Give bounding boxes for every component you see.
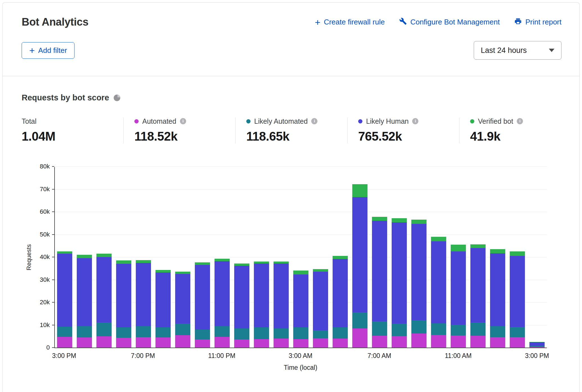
bar-segment-automated bbox=[234, 339, 249, 348]
printer-icon bbox=[514, 17, 522, 27]
page-title: Bot Analytics bbox=[22, 16, 89, 28]
create-firewall-rule-link[interactable]: + Create firewall rule bbox=[315, 18, 385, 26]
main-content: Requests by bot score Total 1.04M Automa… bbox=[3, 76, 579, 371]
bar-segment-likely-automated bbox=[215, 326, 229, 337]
bar bbox=[352, 184, 367, 348]
chevron-down-icon bbox=[549, 49, 554, 52]
bar-segment-likely-automated bbox=[333, 327, 348, 339]
bar-segment-likely-automated bbox=[392, 324, 407, 336]
bar-segment-likely-automated bbox=[77, 326, 92, 337]
stat-verified-bot-value: 41.9k bbox=[470, 129, 571, 143]
bar-segment-likely-automated bbox=[293, 327, 308, 339]
x-axis-tick-label: 7:00 AM bbox=[367, 352, 391, 360]
bar-segment-likely-human bbox=[293, 274, 308, 327]
stat-verified-bot: Verified bot i 41.9k bbox=[459, 118, 571, 143]
bar-segment-automated bbox=[96, 336, 111, 348]
bar-segment-likely-human bbox=[234, 266, 249, 328]
bar-segment-automated bbox=[352, 328, 367, 348]
bar-segment-likely-automated bbox=[57, 327, 72, 337]
bar-segment-likely-automated bbox=[195, 330, 210, 339]
bar-segment-likely-human bbox=[392, 222, 407, 324]
y-axis-tick bbox=[52, 325, 54, 325]
stat-verified-bot-label: Verified bot bbox=[478, 117, 513, 125]
bar-segment-automated bbox=[470, 336, 485, 348]
bot-analytics-card: Bot Analytics + Create firewall rule Con… bbox=[2, 2, 580, 392]
x-axis-tick-label: 3:00 AM bbox=[289, 352, 312, 360]
bar-segment-verified-bot bbox=[352, 184, 367, 197]
bar-segment-likely-human bbox=[333, 259, 348, 327]
info-icon[interactable]: i bbox=[412, 118, 418, 124]
bar-segment-likely-human bbox=[195, 265, 210, 330]
bar-segment-verified-bot bbox=[175, 272, 190, 274]
bar-segment-automated bbox=[529, 347, 544, 348]
bar bbox=[313, 269, 328, 348]
stat-likely-automated-label: Likely Automated bbox=[254, 117, 308, 125]
bar-segment-likely-human bbox=[116, 264, 131, 327]
bar-segment-likely-human bbox=[274, 263, 288, 328]
bar-segment-likely-automated bbox=[372, 321, 387, 336]
bar-segment-likely-automated bbox=[411, 320, 426, 334]
bar-slot bbox=[330, 167, 350, 348]
bar-segment-verified-bot bbox=[195, 262, 210, 265]
plot-area: Requests 010k20k30k40k50k60k70k80k bbox=[54, 167, 547, 348]
y-axis-tick-label: 60k bbox=[40, 208, 50, 215]
bar-segment-automated bbox=[392, 336, 407, 348]
bar-slot bbox=[271, 167, 291, 348]
bar-slot bbox=[153, 167, 173, 348]
info-icon[interactable]: i bbox=[180, 118, 186, 124]
bar-slot bbox=[350, 167, 370, 348]
bar-segment-automated bbox=[451, 335, 466, 348]
y-axis-tick bbox=[52, 189, 54, 190]
info-icon[interactable]: i bbox=[517, 118, 523, 124]
y-axis-tick bbox=[52, 166, 54, 167]
x-axis-tick-label: 3:00 PM bbox=[52, 352, 76, 360]
bar-segment-automated bbox=[77, 337, 92, 348]
x-axis-title: Time (local) bbox=[54, 364, 547, 371]
bar-segment-automated bbox=[57, 337, 72, 348]
y-axis-tick-label: 20k bbox=[40, 299, 50, 306]
likely-human-legend-dot bbox=[358, 119, 362, 123]
bar-segment-likely-human bbox=[431, 241, 446, 323]
verified-bot-legend-dot bbox=[470, 119, 474, 123]
bar-segment-likely-human bbox=[451, 251, 466, 325]
bar-segment-likely-human bbox=[352, 197, 367, 313]
configure-bot-management-link[interactable]: Configure Bot Management bbox=[399, 17, 500, 27]
configure-bot-management-label: Configure Bot Management bbox=[410, 18, 500, 26]
y-axis-tick bbox=[52, 257, 54, 257]
bar-segment-verified-bot bbox=[293, 271, 308, 274]
info-icon[interactable]: i bbox=[311, 118, 317, 124]
time-range-select[interactable]: Last 24 hours bbox=[474, 41, 561, 60]
bar-segment-verified-bot bbox=[372, 217, 387, 221]
stat-likely-human: Likely Human i 765.52k bbox=[347, 118, 459, 143]
stat-likely-automated: Likely Automated i 118.65k bbox=[235, 118, 347, 143]
bar-segment-likely-automated bbox=[451, 325, 466, 336]
create-firewall-rule-label: Create firewall rule bbox=[324, 18, 385, 26]
time-range-value: Last 24 hours bbox=[481, 46, 527, 55]
bar-slot bbox=[232, 167, 252, 348]
bar-slot bbox=[173, 167, 193, 348]
section-title: Requests by bot score bbox=[22, 93, 109, 102]
bar-slot bbox=[370, 167, 389, 348]
y-axis-tick bbox=[52, 347, 54, 348]
bar-segment-likely-human bbox=[372, 221, 387, 321]
bar-segment-verified-bot bbox=[234, 263, 249, 266]
y-axis-tick-label: 30k bbox=[40, 276, 50, 283]
bar-segment-likely-human bbox=[175, 274, 190, 324]
bar-slot bbox=[311, 167, 330, 348]
bar-segment-automated bbox=[333, 339, 348, 348]
add-filter-label: Add filter bbox=[38, 46, 67, 55]
stat-automated-label: Automated bbox=[142, 117, 176, 125]
bars bbox=[55, 167, 547, 348]
bar bbox=[411, 220, 426, 348]
stat-total-label: Total bbox=[22, 117, 37, 125]
bar-slot bbox=[448, 167, 468, 348]
bar bbox=[470, 244, 485, 348]
bar-segment-automated bbox=[411, 334, 426, 348]
bar-segment-automated bbox=[116, 338, 131, 348]
bar-slot bbox=[429, 167, 448, 348]
bar bbox=[510, 251, 525, 348]
print-report-link[interactable]: Print report bbox=[514, 17, 561, 27]
gridline bbox=[55, 166, 547, 167]
add-filter-button[interactable]: + Add filter bbox=[22, 42, 75, 59]
bar bbox=[136, 260, 151, 348]
